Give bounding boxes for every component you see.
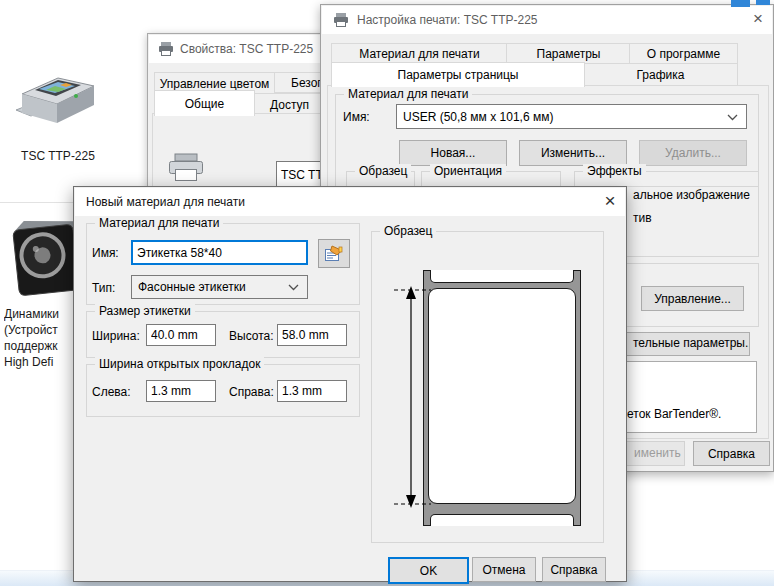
tab-general[interactable]: Общие (154, 90, 255, 116)
type-label: Тип: (92, 281, 115, 295)
name-label: Имя: (92, 246, 119, 260)
height-arrow-icon (394, 283, 434, 511)
gap-right-label: Справа: (229, 385, 274, 399)
close-icon[interactable]: × (596, 189, 624, 213)
ok-button[interactable]: OK (388, 557, 469, 584)
gap-left-label: Слева: (92, 385, 131, 399)
help-button[interactable]: Справка (693, 441, 770, 466)
speaker-label-line: Динамики (4, 306, 73, 322)
orientation-group-legend: Ориентация (430, 164, 506, 179)
height-label: Высота: (229, 329, 274, 343)
speaker-label-line: High Defi (4, 354, 73, 370)
speaker-label-line: (Устройст (4, 322, 73, 338)
stock-name-combobox[interactable]: USER (50,8 мм x 101,6 мм) (396, 104, 747, 129)
manage-button[interactable]: Управление... (641, 286, 744, 311)
effects-group-legend: Эффекты (583, 164, 646, 179)
printer-3d-icon[interactable] (14, 66, 100, 142)
stock-name-value: USER (50,8 мм x 101,6 мм) (403, 110, 553, 124)
help-button[interactable]: Справка (542, 557, 606, 582)
properties-dialog-title: Свойства: TSC TTP-225 (180, 42, 313, 56)
tab-graphics[interactable]: Графика (583, 63, 738, 86)
rename-stock-button[interactable] (318, 239, 350, 268)
gap-width-legend: Ширина открытых прокладок (95, 357, 264, 372)
preview-group-legend: Образец (355, 164, 411, 179)
printer-icon (333, 12, 349, 28)
speaker-label-line: поддержк (4, 338, 73, 354)
tab-page-setup[interactable]: Параметры страницы (331, 62, 585, 87)
label-bottom-partial (430, 514, 574, 526)
material-group-legend: Материал для печати (95, 216, 223, 231)
new-stock-dialog: Новый материал для печати × Материал для… (73, 186, 627, 582)
width-label: Ширина: (92, 329, 140, 343)
tab-about[interactable]: О программе (629, 43, 738, 65)
delete-stock-button[interactable]: Удалить... (639, 140, 747, 166)
cancel-button[interactable]: Отмена (472, 557, 536, 582)
label-main (428, 288, 576, 504)
height-input[interactable] (277, 324, 347, 346)
type-value: Фасонные этикетки (138, 280, 246, 294)
negative-checkbox-label[interactable]: тив (633, 211, 652, 225)
printer-icon (166, 152, 206, 184)
gap-right-input[interactable] (277, 380, 347, 402)
print-setup-title: Настройка печати: TSC TTP-225 (357, 13, 538, 27)
gap-left-input[interactable] (146, 380, 216, 402)
name-input[interactable] (131, 240, 308, 265)
chevron-down-icon (288, 284, 299, 291)
stock-name-label: Имя: (343, 110, 370, 124)
background-window-fragment (731, 0, 750, 7)
stock-group-legend: Материал для печати (344, 87, 472, 102)
rename-stock-icon (324, 245, 344, 262)
close-icon[interactable]: × (745, 7, 771, 31)
new-stock-button[interactable]: Новая... (399, 140, 507, 166)
chevron-down-icon (727, 114, 738, 121)
tab-security-label: Безоп (291, 76, 324, 90)
label-top-partial (430, 270, 574, 283)
mirror-checkbox-label[interactable]: альное изображение (633, 188, 750, 202)
printer-icon (158, 41, 174, 57)
speaker-device-label[interactable]: Динамики (Устройст поддержк High Defi (4, 306, 73, 372)
label-size-legend: Размер этикетки (95, 304, 195, 319)
preview-legend: Образец (380, 224, 436, 239)
background-window-fragment (756, 0, 770, 5)
apply-button-label: именить (634, 446, 681, 460)
bartender-info-text: еток BarTender®. (627, 407, 721, 421)
edit-stock-button[interactable]: Изменить... (519, 140, 627, 166)
new-stock-title: Новый материал для печати (86, 195, 245, 209)
type-combobox[interactable]: Фасонные этикетки (131, 275, 308, 299)
screen: TSC TTP-225 Динамики (Устройст поддержк … (0, 0, 774, 586)
printer-device-label[interactable]: TSC TTP-225 (10, 149, 106, 163)
width-input[interactable] (146, 324, 216, 346)
advanced-options-label: тельные параметры... (633, 336, 750, 350)
